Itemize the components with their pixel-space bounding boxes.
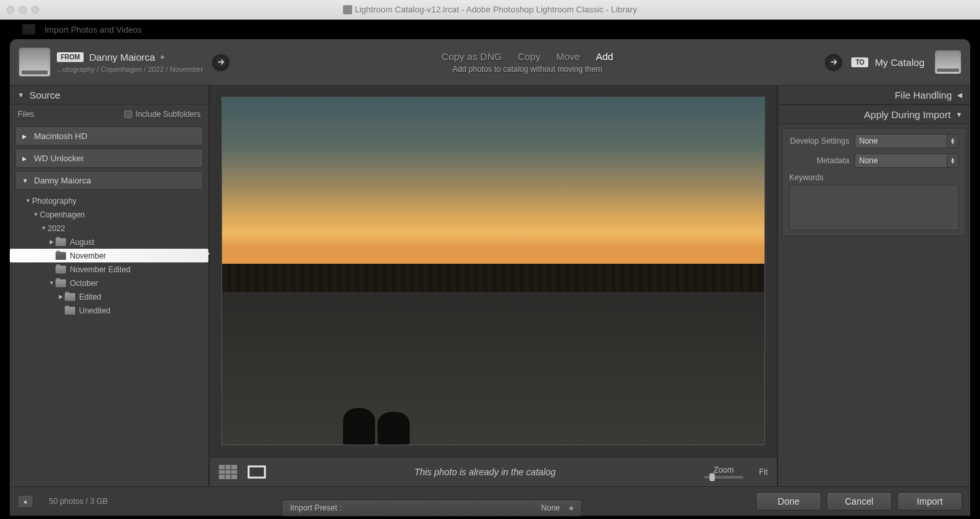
- background-tab-strip: Import Photos and Videos: [0, 20, 980, 39]
- dropdown-arrows-icon: ▴▾: [947, 134, 958, 148]
- panel-handle-icon[interactable]: [480, 20, 500, 22]
- file-handling-header[interactable]: File Handling ◀: [778, 85, 970, 104]
- folder-icon: [65, 293, 75, 301]
- source-dropdown-icon[interactable]: ◆: [160, 54, 165, 60]
- metadata-dropdown[interactable]: None ▴▾: [855, 153, 959, 168]
- preview-panel: This photo is already in the catalog Zoo…: [209, 85, 777, 486]
- apply-during-import-header[interactable]: Apply During Import ▼: [778, 104, 970, 124]
- tab-move[interactable]: Move: [556, 51, 580, 62]
- from-badge: FROM: [57, 52, 84, 62]
- disclosure-triangle-icon[interactable]: ▼: [956, 111, 962, 118]
- breadcrumb[interactable]: ...otography / Copenhagen / 2022 / Novem…: [57, 65, 203, 73]
- chevron-down-icon: ▼: [40, 225, 48, 231]
- folder-tree: ▼Photography ▼Copenhagen ▼2022 ▶August N…: [10, 193, 208, 319]
- folder-icon: [56, 252, 66, 260]
- source-panel-header[interactable]: ▼ Source: [10, 85, 208, 104]
- tab-add[interactable]: Add: [596, 51, 613, 62]
- expand-button[interactable]: ▲: [18, 495, 33, 508]
- folder-icon: [56, 279, 66, 287]
- disclosure-triangle-icon[interactable]: ◀: [957, 91, 962, 99]
- tab-copy[interactable]: Copy: [517, 51, 540, 62]
- zoom-label: Zoom: [713, 465, 734, 475]
- import-button[interactable]: Import: [897, 492, 962, 511]
- tab-copy-as-dng[interactable]: Copy as DNG: [442, 51, 502, 62]
- arrow-right-icon[interactable]: [825, 54, 842, 71]
- chevron-down-icon: ▼: [22, 178, 29, 184]
- develop-settings-dropdown[interactable]: None ▴▾: [855, 134, 959, 148]
- files-label: Files: [18, 110, 34, 119]
- dialog-footer: ▲ 50 photos / 3 GB Import Preset : None …: [10, 486, 970, 516]
- folder-icon: [56, 266, 66, 274]
- panel-handle-icon[interactable]: [966, 264, 970, 291]
- metadata-label: Metadata: [817, 156, 849, 165]
- source-panel: ▼ Source Files Include Subfolders ▶Macin…: [10, 85, 209, 486]
- fit-button[interactable]: Fit: [759, 467, 768, 477]
- develop-settings-label: Develop Settings: [790, 136, 849, 146]
- window-title: Lightroom Catalog-v12.lrcat - Adobe Phot…: [0, 5, 980, 15]
- include-subfolders-checkbox[interactable]: Include Subfolders: [124, 110, 201, 119]
- checkbox-icon[interactable]: [124, 110, 132, 118]
- photo-preview[interactable]: [221, 97, 765, 445]
- drive-macintosh-hd[interactable]: ▶Macintosh HD: [15, 127, 203, 146]
- panel-handle-icon[interactable]: [10, 264, 14, 291]
- window-titlebar: Lightroom Catalog-v12.lrcat - Adobe Phot…: [0, 0, 980, 20]
- destination-drive-icon: [935, 50, 961, 74]
- chevron-down-icon: ▼: [32, 212, 40, 217]
- drive-danny-maiorca[interactable]: ▼Danny Maiorca: [15, 171, 203, 190]
- folder-edited[interactable]: ▶Edited: [10, 290, 208, 304]
- cancel-button[interactable]: Cancel: [826, 492, 892, 511]
- done-button[interactable]: Done: [756, 492, 821, 511]
- folder-icon: [65, 307, 75, 315]
- chevron-right-icon: ▶: [22, 133, 29, 140]
- folder-november-edited[interactable]: November Edited: [10, 262, 208, 276]
- app-icon: [343, 5, 352, 14]
- destination-name[interactable]: My Catalog: [875, 57, 924, 68]
- grid-view-button[interactable]: [219, 465, 237, 479]
- import-dialog: FROM Danny Maiorca ◆ ...otography / Cope…: [10, 39, 970, 516]
- bg-tab-icon: [22, 24, 35, 35]
- preview-status: This photo is already in the catalog: [276, 467, 694, 477]
- folder-unedited[interactable]: Unedited: [10, 304, 208, 317]
- import-mode-subtitle: Add photos to catalog without moving the…: [452, 65, 602, 74]
- import-count-status: 50 photos / 3 GB: [49, 497, 108, 506]
- chevron-right-icon: ▶: [57, 294, 65, 300]
- import-mode-tabs: Copy as DNG Copy Move Add: [442, 51, 613, 62]
- chevron-right-icon: ▶: [22, 155, 29, 162]
- drive-wd-unlocker[interactable]: ▶WD Unlocker: [15, 149, 203, 168]
- source-drive-icon: [19, 48, 50, 76]
- loupe-view-button[interactable]: [248, 465, 266, 479]
- chevron-down-icon: ▼: [48, 280, 56, 286]
- dropdown-caret-icon: ◆: [569, 505, 574, 511]
- zoom-slider[interactable]: [704, 476, 743, 479]
- folder-icon: [56, 238, 66, 246]
- dropdown-arrows-icon: ▴▾: [947, 154, 958, 167]
- source-name[interactable]: Danny Maiorca: [89, 52, 155, 63]
- arrow-right-icon[interactable]: [212, 54, 229, 71]
- import-settings-panel: File Handling ◀ Apply During Import ▼ De…: [777, 85, 970, 486]
- folder-2022[interactable]: ▼2022: [10, 221, 208, 235]
- keywords-input[interactable]: [789, 185, 959, 230]
- keywords-label: Keywords: [789, 173, 959, 182]
- apply-during-import-section: Develop Settings None ▴▾ Metadata None ▴…: [782, 128, 966, 236]
- folder-november[interactable]: November: [10, 249, 208, 262]
- folder-october[interactable]: ▼October: [10, 276, 208, 290]
- disclosure-triangle-icon[interactable]: ▼: [18, 91, 24, 99]
- import-preset-dropdown[interactable]: Import Preset : None ◆: [282, 499, 582, 516]
- to-badge: TO: [851, 57, 868, 67]
- chevron-down-icon: ▼: [24, 198, 32, 204]
- folder-photography[interactable]: ▼Photography: [10, 194, 208, 208]
- dialog-header: FROM Danny Maiorca ◆ ...otography / Cope…: [10, 39, 970, 85]
- folder-copenhagen[interactable]: ▼Copenhagen: [10, 208, 208, 221]
- chevron-right-icon: ▶: [48, 239, 56, 245]
- folder-august[interactable]: ▶August: [10, 235, 208, 249]
- bg-tab-label: Import Photos and Videos: [44, 25, 142, 35]
